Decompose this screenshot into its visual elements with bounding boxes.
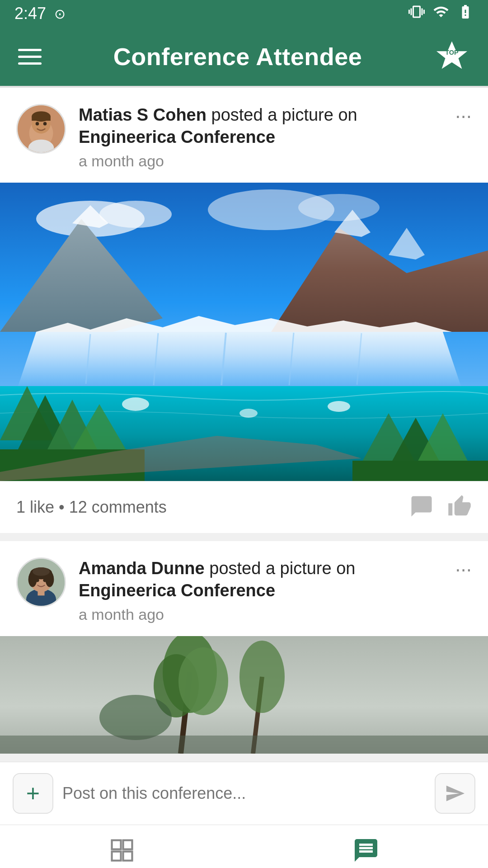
bottom-navigation: Main Menu Social Wall <box>0 825 488 868</box>
main-menu-tab[interactable]: Main Menu <box>0 825 244 868</box>
svg-point-50 <box>35 578 39 582</box>
more-options-button[interactable]: ··· <box>455 557 472 579</box>
svg-point-8 <box>36 122 39 126</box>
post-image-partial <box>0 636 488 754</box>
svg-point-15 <box>298 194 380 221</box>
post-meta: Matias S Cohen posted a picture on Engin… <box>79 104 472 170</box>
svg-point-51 <box>43 578 47 582</box>
svg-point-31 <box>328 401 350 412</box>
svg-point-9 <box>43 122 47 126</box>
post-header: Matias S Cohen posted a picture on Engin… <box>0 88 488 183</box>
post-stats: 1 like • 12 comments <box>16 498 167 517</box>
post-author-name: Matias S Cohen <box>79 105 206 124</box>
wifi-icon <box>433 4 449 24</box>
post-text-input[interactable] <box>62 773 426 814</box>
like-button[interactable] <box>447 494 472 520</box>
post-time: a month ago <box>79 606 472 623</box>
avatar <box>16 557 66 607</box>
status-bar: 2:47 ⊙ <box>0 0 488 27</box>
comment-button[interactable] <box>409 494 434 520</box>
post-input-bar: + <box>0 762 488 825</box>
post-actions <box>409 494 472 520</box>
post-author-text: Amanda Dunne posted a picture on Enginee… <box>79 557 455 602</box>
glacier-image <box>0 183 488 481</box>
post-footer: 1 like • 12 comments <box>0 481 488 533</box>
top-badge-button[interactable]: TOP <box>434 38 470 75</box>
page-title: Conference Attendee <box>113 42 362 71</box>
social-wall-tab[interactable]: Social Wall <box>244 825 488 868</box>
app-header: Conference Attendee TOP <box>0 27 488 86</box>
hamburger-menu-button[interactable] <box>18 49 42 65</box>
svg-point-58 <box>239 641 285 713</box>
vibrate-icon <box>408 4 425 24</box>
post-conference: Engineerica Conference <box>79 581 275 600</box>
svg-point-49 <box>33 567 50 576</box>
svg-point-56 <box>178 647 228 715</box>
svg-point-29 <box>122 397 149 411</box>
svg-rect-61 <box>112 840 121 849</box>
post-author-name: Amanda Dunne <box>79 559 205 578</box>
post-card: Matias S Cohen posted a picture on Engin… <box>0 88 488 533</box>
svg-rect-64 <box>123 851 132 860</box>
post-time: a month ago <box>79 152 472 170</box>
svg-rect-7 <box>32 117 51 121</box>
svg-point-59 <box>99 695 172 740</box>
social-feed: Matias S Cohen posted a picture on Engin… <box>0 88 488 762</box>
avatar <box>16 104 66 154</box>
post-header: Amanda Dunne posted a picture on Enginee… <box>0 541 488 636</box>
svg-rect-60 <box>0 736 488 754</box>
svg-text:TOP: TOP <box>445 49 459 56</box>
post-author-text: Matias S Cohen posted a picture on Engin… <box>79 104 455 149</box>
send-button[interactable] <box>435 773 475 814</box>
svg-point-13 <box>99 201 172 228</box>
post-conference: Engineerica Conference <box>79 127 275 146</box>
signal-icon: ⊙ <box>54 6 66 22</box>
more-options-button[interactable]: ··· <box>455 104 472 126</box>
svg-rect-40 <box>352 461 488 481</box>
svg-rect-63 <box>112 851 121 860</box>
svg-marker-21 <box>18 332 461 386</box>
post-meta: Amanda Dunne posted a picture on Enginee… <box>79 557 472 623</box>
post-card: Amanda Dunne posted a picture on Enginee… <box>0 541 488 754</box>
add-media-button[interactable]: + <box>13 773 53 814</box>
plus-icon: + <box>26 780 40 807</box>
post-action: posted a picture on <box>206 105 357 124</box>
svg-rect-62 <box>123 840 132 849</box>
post-action: posted a picture on <box>205 559 356 578</box>
status-time: 2:47 <box>14 4 46 23</box>
svg-point-30 <box>239 409 258 418</box>
battery-icon <box>457 4 474 24</box>
post-image <box>0 183 488 481</box>
